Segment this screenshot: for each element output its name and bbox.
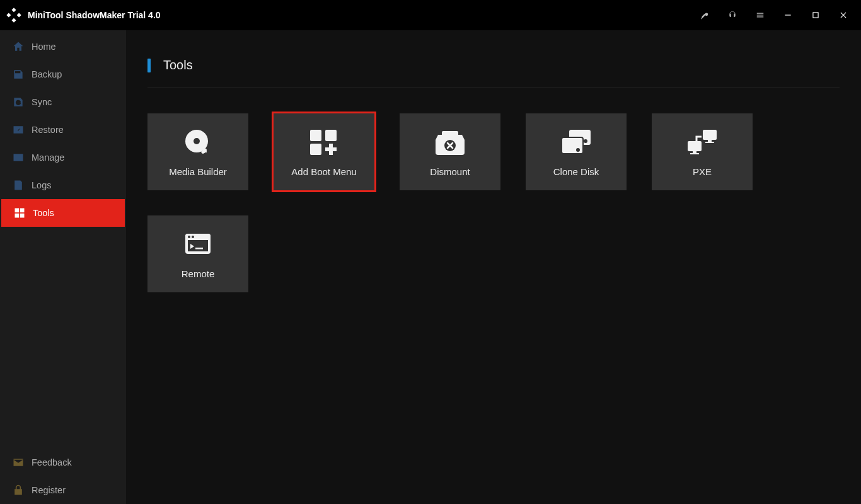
home-icon [11, 40, 25, 54]
sidebar-item-label: Tools [33, 208, 54, 218]
close-button[interactable] [832, 4, 855, 26]
support-button[interactable] [721, 4, 744, 26]
sidebar-item-backup[interactable]: Backup [0, 60, 126, 88]
svg-rect-17 [562, 137, 583, 154]
svg-rect-5 [20, 214, 25, 218]
tool-add-boot-menu[interactable]: Add Boot Menu [274, 113, 374, 190]
svg-rect-9 [325, 130, 337, 141]
app-logo-icon [5, 6, 23, 24]
restore-icon [11, 123, 25, 137]
svg-rect-2 [15, 209, 20, 213]
sync-icon [11, 95, 25, 109]
sidebar-item-label: Manage [32, 152, 64, 163]
tool-label: Dismount [430, 166, 470, 177]
svg-point-18 [576, 148, 580, 152]
clone-disk-icon [559, 127, 593, 158]
register-icon [11, 483, 25, 497]
page-title: Tools [163, 58, 193, 72]
svg-rect-0 [785, 14, 790, 15]
media-builder-icon [183, 127, 213, 158]
tool-clone-disk[interactable]: Clone Disk [526, 113, 627, 190]
sidebar-item-label: Register [32, 485, 66, 495]
svg-rect-1 [813, 13, 818, 18]
logs-icon [11, 178, 25, 192]
svg-rect-4 [15, 214, 20, 218]
sidebar: Home Backup Sync Restore Manage [0, 30, 126, 504]
page-header: Tools [147, 55, 840, 88]
svg-point-28 [188, 236, 190, 238]
sidebar-item-label: Logs [32, 180, 51, 190]
add-boot-menu-icon [308, 127, 340, 158]
title-bar: MiniTool ShadowMaker Trial 4.0 [0, 0, 861, 30]
tool-pxe[interactable]: PXE [652, 113, 753, 190]
tool-media-builder[interactable]: Media Builder [147, 113, 248, 190]
svg-rect-8 [310, 130, 321, 141]
sidebar-item-label: Sync [32, 97, 52, 107]
tool-label: Add Boot Menu [291, 166, 356, 177]
svg-rect-21 [705, 142, 714, 143]
feedback-icon [11, 455, 25, 469]
svg-rect-22 [688, 141, 702, 151]
svg-point-29 [192, 236, 194, 238]
sidebar-item-home[interactable]: Home [0, 33, 126, 60]
svg-rect-12 [325, 147, 337, 151]
sidebar-item-manage[interactable]: Manage [0, 144, 126, 171]
sidebar-item-label: Backup [32, 69, 62, 79]
tools-icon [13, 206, 26, 220]
tool-label: Remote [182, 268, 215, 279]
sidebar-item-feedback[interactable]: Feedback [0, 449, 126, 476]
menu-button[interactable] [749, 4, 771, 26]
maximize-button[interactable] [804, 4, 827, 26]
content-area: Tools Media Builder [126, 30, 861, 504]
header-accent [147, 59, 151, 72]
svg-point-7 [194, 138, 200, 144]
tool-remote[interactable]: Remote [147, 215, 248, 292]
dismount-icon [434, 127, 466, 158]
remote-icon [183, 229, 213, 260]
sidebar-item-tools[interactable]: Tools [1, 199, 125, 227]
tool-grid: Media Builder Add Boot Menu [147, 113, 840, 292]
app-title: MiniTool ShadowMaker Trial 4.0 [28, 10, 161, 20]
svg-rect-10 [310, 144, 321, 155]
svg-rect-23 [693, 151, 696, 153]
sidebar-item-restore[interactable]: Restore [0, 116, 126, 144]
tool-label: PXE [693, 166, 712, 177]
manage-icon [11, 151, 25, 164]
sidebar-item-label: Home [32, 42, 56, 52]
svg-rect-3 [20, 209, 25, 213]
sidebar-item-logs[interactable]: Logs [0, 171, 126, 199]
tool-dismount[interactable]: Dismount [400, 113, 500, 190]
sidebar-item-label: Feedback [32, 457, 72, 467]
tool-label: Media Builder [169, 166, 227, 177]
svg-rect-19 [703, 130, 717, 140]
key-button[interactable] [693, 4, 716, 26]
sidebar-item-label: Restore [32, 125, 64, 135]
sidebar-item-sync[interactable]: Sync [0, 88, 126, 116]
svg-rect-13 [442, 131, 458, 136]
svg-rect-24 [690, 153, 699, 154]
minimize-button[interactable] [777, 4, 799, 26]
svg-rect-30 [195, 248, 203, 249]
svg-point-16 [584, 139, 587, 143]
sidebar-item-register[interactable]: Register [0, 476, 126, 504]
svg-rect-20 [708, 140, 712, 142]
tool-label: Clone Disk [553, 166, 599, 177]
backup-icon [11, 67, 25, 81]
pxe-icon [685, 127, 719, 158]
